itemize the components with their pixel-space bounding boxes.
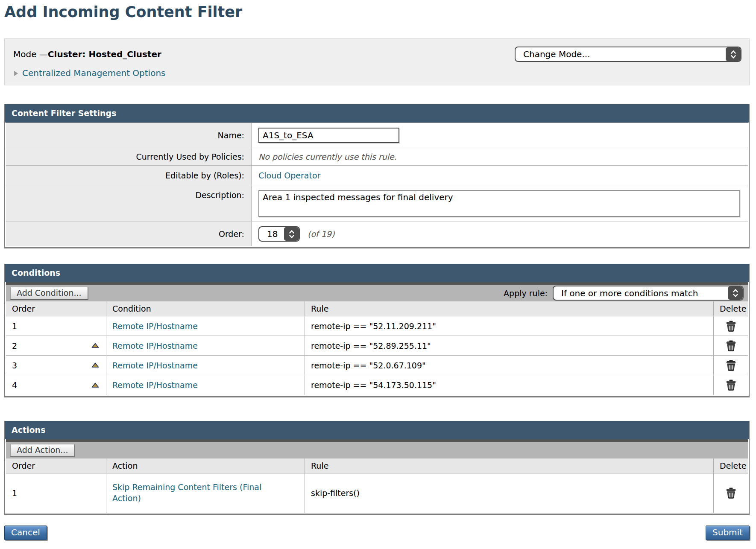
actions-section: Actions Add Action... Order Action Rule … xyxy=(4,421,750,515)
change-mode-selected-value: Change Mode... xyxy=(516,49,596,59)
roles-link[interactable]: Cloud Operator xyxy=(258,171,320,180)
trash-icon xyxy=(726,360,736,371)
cancel-button[interactable]: Cancel xyxy=(4,526,47,540)
delete-condition-button[interactable] xyxy=(726,380,736,391)
condition-table-row: 1 Remote IP/Hostname remote-ip == "52.11… xyxy=(6,316,748,336)
condition-link[interactable]: Remote IP/Hostname xyxy=(112,321,198,331)
apply-rule-label: Apply rule: xyxy=(504,289,548,298)
condition-table-row: 2 Remote IP/Hostname remote-ip == "52.89… xyxy=(6,336,748,356)
conditions-section: Conditions Add Condition... Apply rule: … xyxy=(4,264,750,397)
page: Add Incoming Content Filter Mode —Cluste… xyxy=(0,0,752,540)
order-column-header: Order xyxy=(6,301,106,316)
condition-order-number: 3 xyxy=(12,361,17,370)
delete-condition-button[interactable] xyxy=(726,321,736,332)
action-rule-text: skip-filters() xyxy=(305,473,714,513)
up-down-chevrons-icon xyxy=(733,288,738,298)
change-mode-select[interactable]: Change Mode... xyxy=(515,47,741,62)
trash-icon xyxy=(726,488,736,499)
add-action-button[interactable]: Add Action... xyxy=(10,444,74,457)
action-link[interactable]: Skip Remaining Content Filters (Final Ac… xyxy=(112,482,270,504)
condition-column-header: Condition xyxy=(106,301,305,316)
condition-link[interactable]: Remote IP/Hostname xyxy=(112,341,198,350)
conditions-toolbar: Add Condition... Apply rule: If one or m… xyxy=(6,282,748,301)
trash-icon xyxy=(726,380,736,391)
condition-table-row: 4 Remote IP/Hostname remote-ip == "54.17… xyxy=(6,375,748,395)
submit-button[interactable]: Submit xyxy=(706,526,750,540)
order-selected-value: 18 xyxy=(259,229,278,239)
condition-rule-text: remote-ip == "52.89.255.11" xyxy=(305,336,714,355)
move-up-icon[interactable] xyxy=(91,343,99,348)
triangle-up-icon xyxy=(91,343,99,348)
condition-order-number: 1 xyxy=(12,321,17,331)
actions-section-header: Actions xyxy=(5,421,749,439)
triangle-up-icon xyxy=(91,362,99,368)
policies-label: Currently Used by Policies: xyxy=(6,148,252,165)
policies-value: No policies currently use this rule. xyxy=(258,152,397,161)
condition-rule-text: remote-ip == "54.173.50.115" xyxy=(305,375,714,395)
mode-value: Cluster: Hosted_Cluster xyxy=(48,49,161,59)
condition-rule-text: remote-ip == "52.11.209.211" xyxy=(305,316,714,336)
condition-order-number: 4 xyxy=(12,380,17,390)
select-spinner xyxy=(284,227,299,241)
delete-action-button[interactable] xyxy=(726,488,736,499)
order-label: Order: xyxy=(6,222,252,246)
order-column-header: Order xyxy=(6,458,106,473)
name-input[interactable] xyxy=(258,128,399,143)
apply-rule-select[interactable]: If one or more conditions match xyxy=(553,286,744,301)
up-down-chevrons-icon xyxy=(730,50,736,59)
select-spinner xyxy=(728,286,743,300)
add-condition-button[interactable]: Add Condition... xyxy=(10,287,88,300)
footer: Cancel Submit xyxy=(4,526,750,540)
delete-condition-button[interactable] xyxy=(726,340,736,351)
order-select[interactable]: 18 xyxy=(258,226,300,242)
mode-label: Mode — xyxy=(13,49,48,59)
trash-icon xyxy=(726,321,736,332)
roles-label: Editable by (Roles): xyxy=(6,166,252,185)
condition-order-number: 2 xyxy=(12,341,17,350)
settings-form: Name: Currently Used by Policies: No pol… xyxy=(6,123,748,246)
condition-link[interactable]: Remote IP/Hostname xyxy=(112,380,198,390)
actions-toolbar: Add Action... xyxy=(6,439,748,458)
conditions-section-header: Conditions xyxy=(5,264,749,282)
triangle-up-icon xyxy=(91,383,99,388)
delete-column-header: Delete xyxy=(714,458,748,473)
centralized-management-options-link[interactable]: Centralized Management Options xyxy=(22,68,166,78)
conditions-table-header: Order Condition Rule Delete xyxy=(6,301,748,316)
content-filter-settings-section: Content Filter Settings Name: Currently … xyxy=(4,104,750,248)
condition-link[interactable]: Remote IP/Hostname xyxy=(112,361,198,370)
disclosure-triangle-icon[interactable] xyxy=(14,71,18,76)
delete-condition-button[interactable] xyxy=(726,360,736,371)
delete-column-header: Delete xyxy=(714,301,748,316)
trash-icon xyxy=(726,340,736,351)
name-label: Name: xyxy=(6,123,252,148)
conditions-table-body: 1 Remote IP/Hostname remote-ip == "52.11… xyxy=(6,316,748,395)
select-spinner xyxy=(726,47,741,61)
description-textarea[interactable]: Area 1 inspected messages for final deli… xyxy=(258,190,740,217)
actions-table-header: Order Action Rule Delete xyxy=(6,458,748,473)
action-table-row: 1 Skip Remaining Content Filters (Final … xyxy=(6,473,748,513)
rule-column-header: Rule xyxy=(305,458,714,473)
rule-column-header: Rule xyxy=(305,301,714,316)
apply-rule-selected-value: If one or more conditions match xyxy=(554,288,704,298)
condition-table-row: 3 Remote IP/Hostname remote-ip == "52.0.… xyxy=(6,356,748,375)
action-column-header: Action xyxy=(106,458,305,473)
mode-text: Mode —Cluster: Hosted_Cluster xyxy=(13,49,161,59)
mode-panel: Mode —Cluster: Hosted_Cluster Change Mod… xyxy=(4,38,750,85)
description-label: Description: xyxy=(6,185,252,222)
page-title: Add Incoming Content Filter xyxy=(4,3,752,20)
actions-table-body: 1 Skip Remaining Content Filters (Final … xyxy=(6,473,748,513)
settings-section-header: Content Filter Settings xyxy=(5,104,749,123)
up-down-chevrons-icon xyxy=(289,229,295,239)
action-order-number: 1 xyxy=(12,488,17,498)
move-up-icon[interactable] xyxy=(91,383,99,388)
condition-rule-text: remote-ip == "52.0.67.109" xyxy=(305,356,714,375)
move-up-icon[interactable] xyxy=(91,362,99,368)
order-suffix: (of 19) xyxy=(308,229,334,239)
